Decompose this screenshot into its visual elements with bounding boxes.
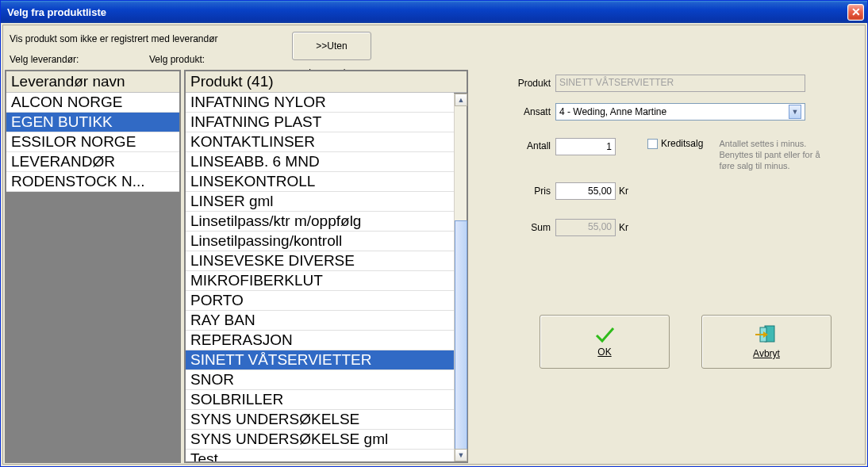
cancel-button[interactable]: Avbryt bbox=[701, 315, 832, 369]
lists-container: Leverandør navn ALCON NORGEEGEN BUTIKKES… bbox=[5, 70, 471, 463]
list-item[interactable]: EGEN BUTIKK bbox=[6, 113, 179, 132]
kreditsalg-checkbox[interactable]: Kreditsalg bbox=[647, 138, 703, 149]
content-area: Vis produkt som ikke er registrert med l… bbox=[2, 25, 866, 465]
sum-field: 55,00 bbox=[555, 219, 616, 236]
titlebar: Velg fra produktliste ✕ bbox=[1, 1, 867, 23]
list-item[interactable]: INFATNING PLAST bbox=[186, 113, 454, 132]
list-item[interactable]: KONTAKTLINSER bbox=[186, 132, 454, 152]
scroll-thumb[interactable] bbox=[455, 220, 467, 458]
close-icon: ✕ bbox=[851, 6, 861, 18]
kreditsalg-label: Kreditsalg bbox=[661, 138, 703, 149]
sum-unit: Kr bbox=[619, 222, 628, 233]
list-item[interactable]: REPERASJON bbox=[186, 331, 454, 350]
list-item[interactable]: SYNS UNDERSØKELSE gml bbox=[186, 430, 454, 450]
list-item[interactable]: Test bbox=[186, 450, 454, 461]
list-item[interactable]: LINSER gml bbox=[186, 192, 454, 212]
ok-label: OK bbox=[597, 346, 611, 358]
list-item[interactable]: ESSILOR NORGE bbox=[6, 132, 179, 152]
velg-produkt-label: Velg produkt: bbox=[149, 54, 205, 65]
button-row: OK Avbryt bbox=[540, 315, 832, 369]
product-list-body[interactable]: INFATNING NYLORINFATNING PLASTKONTAKTLIN… bbox=[186, 93, 454, 461]
list-item[interactable]: Linsetilpassing/kontroll bbox=[186, 232, 454, 251]
pris-input[interactable] bbox=[555, 182, 616, 200]
list-item[interactable]: SINETT VÅTSERVIETTER bbox=[186, 350, 454, 370]
list-item[interactable]: Linsetilpass/ktr m/oppfølg bbox=[186, 212, 454, 232]
list-item[interactable]: INFATNING NYLOR bbox=[186, 93, 454, 113]
chevron-down-icon: ▼ bbox=[789, 105, 801, 119]
form-panel: Produkt SINETT VÅTSERVIETTER Ansatt 4 - … bbox=[495, 75, 852, 247]
produkt-label: Produkt bbox=[495, 78, 551, 89]
cancel-label: Avbryt bbox=[753, 348, 780, 359]
ansatt-select[interactable]: 4 - Weding, Anne Martine ▼ bbox=[555, 103, 805, 121]
product-scrollbar[interactable]: ▲ ▼ bbox=[454, 94, 467, 461]
scroll-down-button[interactable]: ▼ bbox=[455, 449, 467, 461]
sum-label: Sum bbox=[495, 222, 551, 233]
velg-leverandor-label: Velg leverandør: bbox=[10, 54, 79, 65]
list-item[interactable]: LINSEVESKE DIVERSE bbox=[186, 251, 454, 271]
antall-label: Antall bbox=[495, 138, 551, 151]
list-item[interactable]: SOLBRILLER bbox=[186, 390, 454, 410]
ansatt-label: Ansatt bbox=[495, 106, 551, 117]
scroll-up-button[interactable]: ▲ bbox=[455, 94, 467, 106]
hint-text: Antallet settes i minus. Benyttes til pa… bbox=[719, 138, 822, 171]
checkbox-icon bbox=[647, 139, 658, 149]
list-item[interactable]: SYNS UNDERSØKELSE bbox=[186, 410, 454, 430]
exit-icon bbox=[754, 324, 779, 345]
list-item[interactable]: ALCON NORGE bbox=[6, 93, 179, 113]
list-item[interactable]: RODENSTOCK N... bbox=[6, 172, 179, 192]
list-item[interactable]: LEVERANDØR bbox=[6, 152, 179, 172]
pris-label: Pris bbox=[495, 186, 551, 197]
supplier-list-body[interactable]: ALCON NORGEEGEN BUTIKKESSILOR NORGELEVER… bbox=[6, 93, 179, 461]
close-button[interactable]: ✕ bbox=[847, 4, 864, 21]
pris-unit: Kr bbox=[619, 186, 628, 197]
list-item[interactable]: MIKROFIBERKLUT bbox=[186, 271, 454, 291]
antall-input[interactable] bbox=[555, 138, 616, 155]
dialog-window: Velg fra produktliste ✕ Vis produkt som … bbox=[0, 0, 868, 467]
window-title: Velg fra produktliste bbox=[7, 6, 106, 18]
product-list-header: Produkt (41) bbox=[186, 71, 467, 93]
list-item[interactable]: RAY BAN bbox=[186, 311, 454, 331]
uten-leverandor-button[interactable]: >>Uten leverandør bbox=[292, 32, 371, 60]
supplier-list-panel: Leverandør navn ALCON NORGEEGEN BUTIKKES… bbox=[5, 70, 181, 463]
info-text: Vis produkt som ikke er registrert med l… bbox=[10, 33, 218, 44]
list-item[interactable]: SNOR bbox=[186, 370, 454, 390]
ok-button[interactable]: OK bbox=[540, 315, 670, 369]
list-item[interactable]: PORTO bbox=[186, 291, 454, 311]
product-list-panel: Produkt (41) INFATNING NYLORINFATNING PL… bbox=[184, 70, 468, 463]
supplier-list-header: Leverandør navn bbox=[6, 71, 179, 93]
list-item[interactable]: LINSEABB. 6 MND bbox=[186, 152, 454, 172]
produkt-field: SINETT VÅTSERVIETTER bbox=[555, 75, 805, 92]
check-icon bbox=[593, 326, 616, 343]
list-item[interactable]: LINSEKONTROLL bbox=[186, 172, 454, 192]
ansatt-value: 4 - Weding, Anne Martine bbox=[559, 106, 666, 117]
